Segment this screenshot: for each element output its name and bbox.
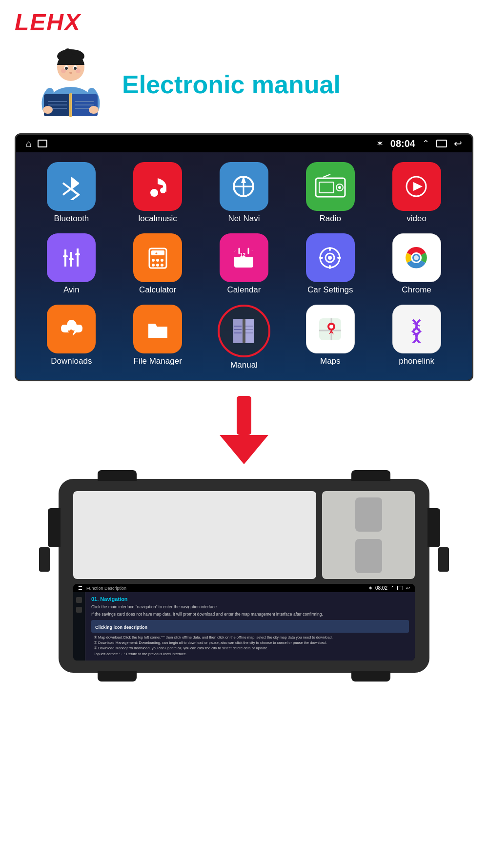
svg-rect-45 <box>151 250 164 255</box>
filemanager-label: File Manager <box>134 356 182 366</box>
manual-ring <box>218 305 270 357</box>
back-icon[interactable]: ↩ <box>454 138 462 149</box>
top-right-bracket <box>351 470 390 481</box>
svg-point-46 <box>152 259 155 262</box>
svg-text:+: + <box>155 251 158 256</box>
svg-rect-64 <box>319 257 323 259</box>
calculator-icon: + <box>133 233 182 282</box>
svg-point-21 <box>43 106 53 114</box>
app-maps[interactable]: Maps <box>289 305 371 370</box>
svg-rect-75 <box>243 319 245 343</box>
app-localmusic[interactable]: localmusic <box>117 162 199 224</box>
mini-screen-icon <box>397 586 403 590</box>
app-calendar[interactable]: 12 Calendar <box>203 233 285 295</box>
center-button-top[interactable] <box>355 497 382 532</box>
app-radio[interactable]: Radio <box>289 162 371 224</box>
bluetooth-label: Bluetooth <box>54 214 89 224</box>
right-bracket <box>427 508 440 547</box>
expand-icon: ⌃ <box>422 138 429 149</box>
mini-nav-text2: If the savings card does not have map da… <box>91 612 409 618</box>
svg-point-49 <box>152 264 155 267</box>
svg-point-48 <box>161 259 163 262</box>
app-manual[interactable]: Manual <box>203 305 285 370</box>
screen-icon <box>436 140 447 147</box>
bluetooth-status-icon: ✶ <box>376 138 384 149</box>
mini-android-screen: ☰ Function Description ✶ 08:02 ⌃ ↩ <box>73 584 415 661</box>
video-label: video <box>407 214 427 224</box>
brand-logo: LEHX <box>15 9 473 36</box>
app-avin[interactable]: Avin <box>31 233 112 295</box>
radio-label: Radio <box>320 214 341 224</box>
svg-point-6 <box>65 67 68 70</box>
center-button-bottom[interactable] <box>355 539 382 573</box>
android-screen: ⌂ ✶ 08:04 ⌃ ↩ Bluetooth <box>15 133 473 381</box>
home-icon[interactable]: ⌂ <box>26 138 32 149</box>
app-downloads[interactable]: Downloads <box>31 305 112 370</box>
arrow-section <box>0 381 488 479</box>
recent-apps-icon[interactable] <box>38 140 47 147</box>
mini-clicking-icon-header: Clicking icon description <box>91 620 409 633</box>
mini-function-desc: Function Description <box>86 586 126 591</box>
app-phonelink[interactable]: phonelink <box>376 305 457 370</box>
svg-point-50 <box>156 264 159 267</box>
svg-rect-72 <box>70 330 73 338</box>
svg-point-61 <box>328 256 332 260</box>
mini-status-left: ☰ Function Description <box>78 585 126 591</box>
svg-line-35 <box>323 174 330 177</box>
app-calculator[interactable]: + Calculator <box>117 233 199 295</box>
app-filemanager[interactable]: File Manager <box>117 305 199 370</box>
panel-center <box>322 491 415 579</box>
app-bluetooth[interactable]: Bluetooth <box>31 162 112 224</box>
netnavi-label: Net Navi <box>228 214 260 224</box>
left-tab-bottom <box>39 547 50 572</box>
app-chrome[interactable]: Chrome <box>376 233 457 295</box>
chrome-label: Chrome <box>402 285 431 295</box>
mini-bluetooth-icon: ✶ <box>368 585 372 591</box>
svg-rect-91 <box>237 396 251 435</box>
calendar-label: Calendar <box>227 285 261 295</box>
carsettings-label: Car Settings <box>307 285 353 295</box>
chrome-icon <box>392 233 441 282</box>
mini-bullet2: ② Download Management: Downloading, can … <box>91 640 409 645</box>
manual-title: Electronic manual <box>122 70 341 99</box>
radio-icon <box>306 162 355 211</box>
svg-rect-42 <box>69 258 74 260</box>
avin-icon <box>47 233 96 282</box>
left-bracket <box>48 508 61 547</box>
svg-rect-32 <box>319 182 334 193</box>
avin-label: Avin <box>63 285 80 295</box>
car-device: ☰ Function Description ✶ 08:02 ⌃ ↩ <box>59 479 429 673</box>
downloads-icon <box>47 305 96 353</box>
top-left-bracket <box>98 470 137 481</box>
mini-expand-icon: ⌃ <box>390 585 394 591</box>
mini-bullet3: ③ Download Managerto download, you can u… <box>91 645 409 651</box>
mini-nav-title: 01. Navigation <box>91 596 409 602</box>
bottom-right-bracket <box>351 671 390 682</box>
filemanager-icon <box>133 305 182 353</box>
app-netnavi[interactable]: Net Navi <box>203 162 285 224</box>
localmusic-label: localmusic <box>139 214 177 224</box>
mini-main-content: 01. Navigation Click the main interface … <box>85 592 415 661</box>
svg-rect-63 <box>329 265 331 269</box>
svg-rect-73 <box>233 319 244 343</box>
svg-rect-65 <box>337 257 341 259</box>
app-carsettings[interactable]: Car Settings <box>289 233 371 295</box>
svg-point-25 <box>150 189 158 197</box>
svg-point-8 <box>74 67 77 70</box>
phonelink-icon <box>392 305 441 353</box>
status-bar-left: ⌂ <box>26 138 47 149</box>
svg-point-51 <box>161 264 163 267</box>
video-icon <box>392 162 441 211</box>
svg-point-87 <box>329 325 333 329</box>
svg-text:12: 12 <box>240 252 246 258</box>
svg-point-47 <box>156 259 159 262</box>
app-grid: Bluetooth localmusic Net Navi Radio <box>16 152 472 380</box>
calendar-icon: 12 <box>220 233 268 282</box>
right-tab-bottom <box>438 547 449 572</box>
mini-status-right: ✶ 08:02 ⌃ ↩ <box>368 585 410 591</box>
header: LEHX <box>0 0 488 41</box>
phonelink-label: phonelink <box>399 356 434 366</box>
bottom-left-bracket <box>98 671 137 682</box>
app-video[interactable]: video <box>376 162 457 224</box>
mini-sidebar <box>73 592 85 661</box>
